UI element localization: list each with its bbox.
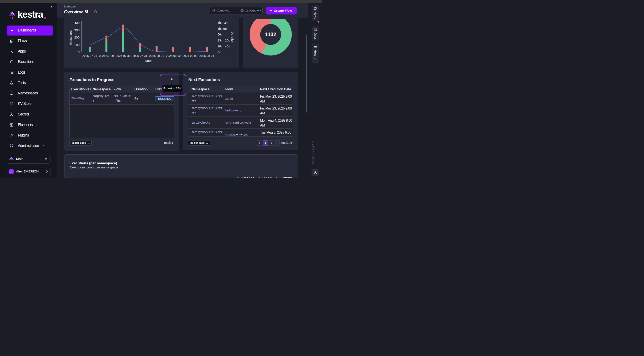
svg-text:2025-08-04: 2025-08-04: [199, 54, 214, 57]
svg-text:Date: Date: [145, 59, 152, 62]
svg-text:1h, 6m: 1h, 6m: [218, 27, 226, 30]
svg-text:1h, 23m: 1h, 23m: [218, 21, 228, 24]
svg-text:Duration: Duration: [231, 31, 234, 44]
svg-text:16m, 40s: 16m, 40s: [218, 45, 230, 48]
svg-text:2025-07-31: 2025-07-31: [132, 54, 147, 57]
svg-text:Executions: Executions: [69, 29, 72, 45]
svg-text:33m, 20s: 33m, 20s: [218, 39, 230, 42]
svg-text:1132: 1132: [265, 31, 276, 37]
svg-text:200: 200: [74, 35, 80, 39]
svg-text:2025-07-28: 2025-07-28: [82, 54, 97, 57]
svg-text:50m: 50m: [218, 33, 223, 36]
svg-text:100: 100: [74, 43, 80, 47]
svg-text:2025-07-29: 2025-07-29: [99, 54, 114, 57]
svg-text:2025-08-03: 2025-08-03: [182, 54, 197, 57]
svg-text:2025-08-02: 2025-08-02: [166, 54, 180, 57]
svg-text:400: 400: [74, 21, 80, 24]
svg-text:2025-07-30: 2025-07-30: [116, 54, 130, 57]
svg-text:2025-08-01: 2025-08-01: [149, 54, 164, 57]
svg-text:0: 0: [78, 50, 80, 54]
svg-text:0s: 0s: [218, 51, 221, 54]
svg-text:300: 300: [74, 28, 80, 32]
